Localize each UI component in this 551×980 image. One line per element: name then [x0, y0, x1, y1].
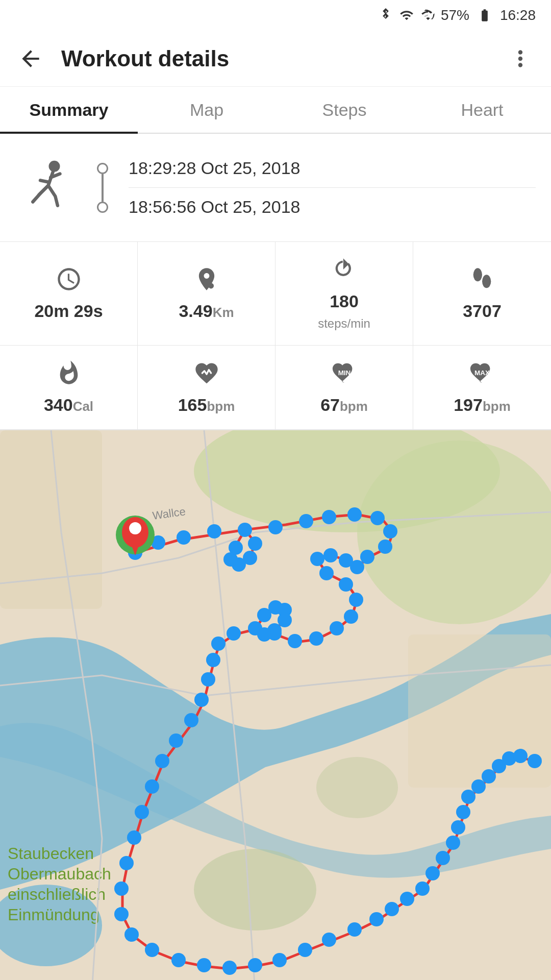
- svg-point-32: [339, 553, 353, 568]
- svg-point-59: [145, 943, 159, 957]
- timeline-dots: [92, 163, 113, 213]
- svg-point-13: [316, 757, 398, 818]
- svg-point-83: [528, 754, 542, 768]
- svg-point-34: [310, 552, 324, 566]
- steps-value: 3707: [463, 301, 502, 321]
- clock-icon: [56, 266, 82, 296]
- svg-text:einschließlich: einschließlich: [8, 885, 106, 903]
- start-time: 18:29:28 Oct 25, 2018: [129, 149, 536, 188]
- svg-point-76: [456, 805, 470, 819]
- svg-point-30: [360, 550, 374, 564]
- map-svg: Staubecken Obermaubach einschließlich Ei…: [0, 430, 551, 980]
- svg-point-48: [194, 693, 209, 707]
- svg-point-47: [201, 672, 215, 687]
- svg-point-97: [129, 522, 141, 534]
- duration-value: 20m 29s: [34, 301, 103, 321]
- fire-icon: [56, 360, 82, 390]
- svg-text:MIN: MIN: [338, 369, 350, 377]
- battery-text: 57%: [441, 7, 469, 23]
- tab-heart[interactable]: Heart: [413, 87, 551, 133]
- max-hr-value: 197bpm: [454, 395, 511, 415]
- min-hr-value: 67bpm: [320, 395, 368, 415]
- heart-max-icon: MAX: [468, 360, 496, 390]
- svg-point-73: [436, 851, 450, 865]
- cadence-label: steps/min: [318, 316, 370, 331]
- heart-avg-icon: [193, 360, 220, 390]
- svg-text:MAX: MAX: [474, 369, 490, 377]
- svg-point-2: [473, 268, 482, 281]
- svg-point-67: [347, 922, 362, 937]
- stats-row-1: 20m 29s 3.49Km 180 steps/min 3707: [0, 242, 551, 346]
- bluetooth-icon: [379, 8, 393, 22]
- svg-point-3: [482, 275, 491, 288]
- heart-min-icon: MIN: [331, 360, 358, 390]
- svg-point-61: [197, 958, 211, 972]
- svg-point-38: [344, 609, 358, 624]
- stat-calories: 340Cal: [0, 346, 138, 429]
- svg-point-24: [299, 514, 313, 528]
- status-bar: 57% 16:28: [0, 0, 551, 31]
- svg-text:Staubecken: Staubecken: [8, 844, 94, 863]
- svg-point-52: [145, 779, 159, 794]
- stat-max-hr: MAX 197bpm: [413, 346, 551, 429]
- signal-icon: [420, 8, 436, 22]
- cadence-icon: [331, 256, 358, 286]
- svg-point-74: [446, 836, 460, 850]
- distance-value: 3.49Km: [179, 301, 234, 321]
- svg-point-22: [238, 523, 252, 537]
- avg-hr-value: 165bpm: [178, 395, 235, 415]
- svg-point-54: [127, 830, 141, 845]
- svg-point-50: [169, 733, 183, 748]
- svg-point-66: [322, 933, 336, 947]
- stat-steps: 3707: [413, 242, 551, 345]
- back-button[interactable]: [15, 43, 46, 74]
- svg-point-21: [207, 524, 221, 538]
- tab-summary[interactable]: Summary: [0, 87, 138, 133]
- svg-point-39: [330, 621, 344, 635]
- svg-point-40: [309, 631, 323, 646]
- map-section[interactable]: Staubecken Obermaubach einschließlich Ei…: [0, 430, 551, 980]
- cadence-value: 180: [330, 291, 359, 311]
- svg-point-33: [323, 548, 338, 562]
- svg-point-63: [248, 958, 262, 972]
- svg-point-57: [114, 907, 129, 921]
- svg-point-35: [319, 566, 334, 580]
- svg-point-71: [415, 881, 430, 896]
- svg-point-1: [208, 283, 214, 289]
- svg-point-58: [124, 927, 139, 942]
- tab-map[interactable]: Map: [138, 87, 276, 133]
- svg-point-12: [194, 849, 316, 930]
- svg-point-88: [229, 541, 243, 555]
- more-options-button[interactable]: [505, 43, 536, 74]
- svg-point-92: [278, 613, 292, 627]
- svg-point-0: [49, 160, 60, 172]
- svg-text:Einmündung: Einmündung: [8, 905, 99, 924]
- svg-point-72: [425, 866, 440, 880]
- svg-point-84: [248, 536, 262, 551]
- end-time: 18:56:56 Oct 25, 2018: [129, 188, 536, 226]
- svg-point-77: [461, 790, 475, 804]
- svg-point-68: [369, 912, 384, 926]
- stat-duration: 20m 29s: [0, 242, 138, 345]
- svg-point-25: [322, 510, 336, 524]
- svg-point-46: [206, 653, 220, 667]
- stat-avg-hr: 165bpm: [138, 346, 276, 429]
- tab-bar: Summary Map Steps Heart: [0, 87, 551, 134]
- svg-point-51: [155, 754, 169, 768]
- svg-point-29: [378, 540, 392, 554]
- time-text: 16:28: [500, 7, 536, 23]
- svg-point-69: [385, 902, 399, 916]
- wifi-icon: [398, 8, 415, 22]
- svg-point-45: [211, 636, 226, 651]
- distance-icon: [193, 266, 220, 296]
- svg-point-28: [383, 524, 397, 538]
- tab-steps[interactable]: Steps: [276, 87, 413, 133]
- svg-point-27: [370, 511, 385, 525]
- stat-distance: 3.49Km: [138, 242, 276, 345]
- svg-point-56: [114, 881, 129, 896]
- svg-point-75: [451, 820, 465, 835]
- svg-point-94: [257, 627, 271, 642]
- svg-point-70: [400, 892, 414, 906]
- svg-point-44: [227, 626, 241, 641]
- svg-point-41: [288, 634, 302, 648]
